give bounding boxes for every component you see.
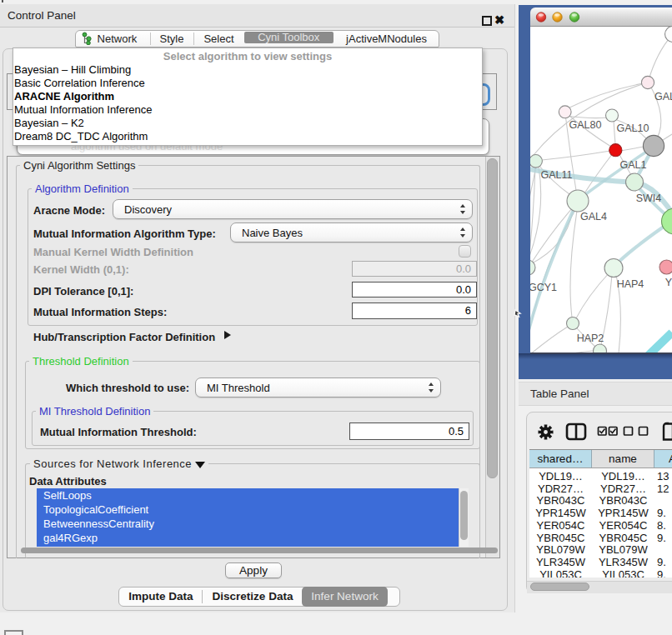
svg-text:GCY1: GCY1 xyxy=(530,282,557,293)
svg-text:GAL80: GAL80 xyxy=(569,119,602,131)
svg-text:GAL1: GAL1 xyxy=(620,159,647,171)
svg-text:GAL7: GAL7 xyxy=(654,91,672,102)
svg-text:YE: YE xyxy=(665,277,672,288)
svg-text:HAP2: HAP2 xyxy=(577,332,604,344)
svg-text:GAL4: GAL4 xyxy=(580,211,607,222)
svg-text:GAL10: GAL10 xyxy=(617,122,649,134)
svg-text:SWI4: SWI4 xyxy=(636,192,662,204)
svg-text:GAL11: GAL11 xyxy=(541,169,573,181)
svg-text:HAP4: HAP4 xyxy=(617,278,644,290)
